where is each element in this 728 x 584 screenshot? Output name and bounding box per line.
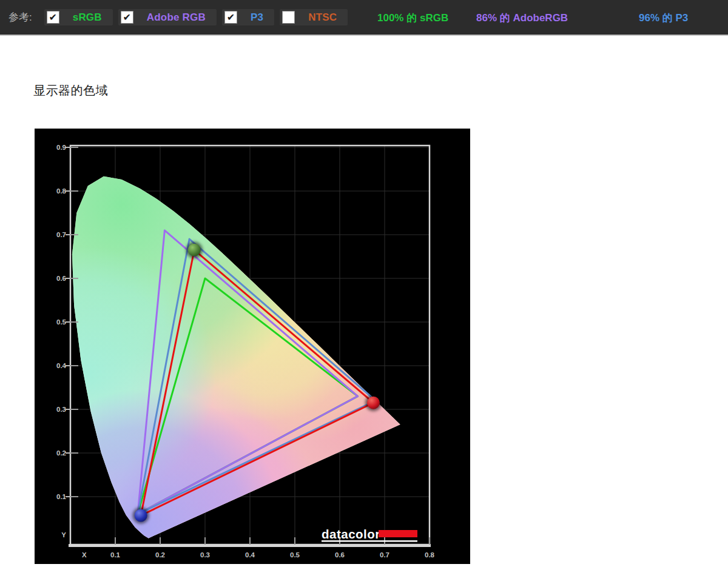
p3-checkbox[interactable]: ✔	[224, 11, 237, 24]
spectral-locus	[35, 129, 470, 564]
p3-coverage-stat: 96% 的 P3	[639, 10, 688, 24]
checkbox-item-p3[interactable]: ✔ P3	[222, 9, 274, 25]
svg-text:0.6: 0.6	[56, 275, 66, 282]
svg-text:0.5: 0.5	[56, 318, 67, 326]
svg-text:0.2: 0.2	[56, 449, 66, 457]
svg-text:0.9: 0.9	[56, 144, 66, 151]
svg-text:0.1: 0.1	[110, 551, 121, 559]
svg-text:0.3: 0.3	[56, 406, 66, 413]
p3-checkbox-label: P3	[251, 12, 263, 24]
svg-text:0.4: 0.4	[56, 362, 67, 369]
svg-text:0.3: 0.3	[200, 551, 210, 559]
svg-text:0.7: 0.7	[380, 551, 389, 559]
svg-text:0.4: 0.4	[245, 551, 255, 559]
svg-text:Y: Y	[61, 531, 66, 539]
reference-label: 参考:	[8, 10, 32, 24]
ntsc-checkbox-label: NTSC	[308, 12, 337, 24]
reference-toolbar: 参考: ✔ sRGB ✔ Adobe RGB ✔ P3 NTSC 100% 的 …	[0, 0, 728, 36]
svg-text:0.1: 0.1	[56, 493, 67, 500]
svg-text:0.6: 0.6	[335, 551, 345, 559]
checkbox-item-ntsc[interactable]: NTSC	[280, 9, 348, 25]
svg-text:0.5: 0.5	[290, 551, 300, 559]
srgb-checkbox[interactable]: ✔	[47, 11, 59, 24]
svg-text:0.7: 0.7	[56, 231, 66, 238]
datacolor-logo: datacolor	[322, 527, 417, 542]
srgb-checkbox-label: sRGB	[73, 12, 102, 24]
svg-text:0.2: 0.2	[155, 551, 165, 559]
checkbox-item-srgb[interactable]: ✔ sRGB	[44, 9, 113, 25]
adobergb-coverage-stat: 86% 的 AdobeRGB	[476, 10, 568, 24]
svg-text:0.8: 0.8	[425, 551, 435, 559]
adobe-rgb-checkbox[interactable]: ✔	[121, 11, 133, 24]
svg-text:datacolor: datacolor	[322, 527, 380, 541]
cie-chromaticity-chart: 0.90.80.70.60.50.40.30.20.1Y0.10.20.30.4…	[35, 129, 470, 564]
svg-text:X: X	[82, 551, 87, 559]
page-content: 显示器的色域 0.90.80.70.60.50.40.30.20.1Y0.10.…	[0, 36, 728, 564]
checkbox-item-adobe-rgb[interactable]: ✔ Adobe RGB	[118, 9, 217, 25]
gamut-chart-panel: 0.90.80.70.60.50.40.30.20.1Y0.10.20.30.4…	[35, 129, 470, 564]
srgb-coverage-stat: 100% 的 sRGB	[377, 10, 448, 24]
page-title: 显示器的色域	[33, 82, 728, 99]
adobe-rgb-checkbox-label: Adobe RGB	[147, 12, 206, 24]
svg-text:0.8: 0.8	[56, 187, 67, 195]
ntsc-checkbox[interactable]	[282, 11, 295, 24]
